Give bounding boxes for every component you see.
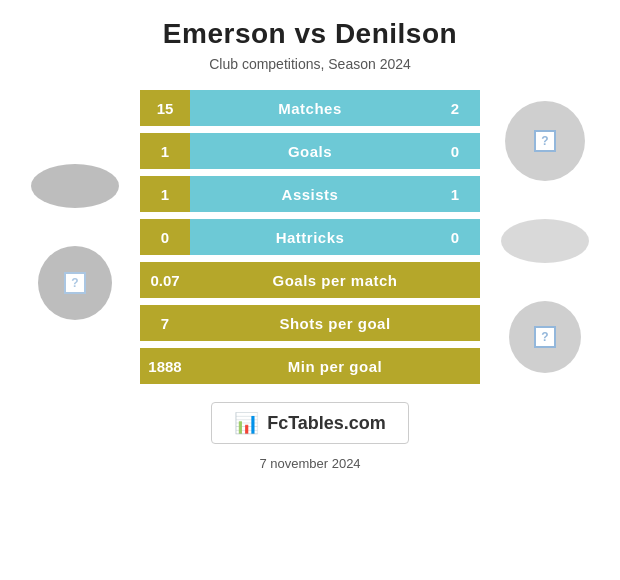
stat-right-value: 0 (430, 219, 480, 255)
stat-left-value: 1 (140, 133, 190, 169)
date-text: 7 november 2024 (259, 456, 360, 471)
page-subtitle: Club competitions, Season 2024 (209, 56, 411, 72)
right-avatar-mid: ? (509, 301, 581, 373)
stat-label-bar: Hattricks (190, 219, 430, 255)
question-icon-left: ? (64, 272, 86, 294)
stat-right-value: 2 (430, 90, 480, 126)
stat-left-value: 7 (140, 305, 190, 341)
stat-label-bar: Goals (190, 133, 430, 169)
right-avatar-bottom (501, 219, 589, 263)
stat-row: 7Shots per goal (140, 305, 480, 341)
stat-row: 1Assists1 (140, 176, 480, 212)
page-container: Emerson vs Denilson Club competitions, S… (0, 0, 620, 580)
stat-row: 1Goals0 (140, 133, 480, 169)
stat-left-value: 1 (140, 176, 190, 212)
stat-label-bar: Matches (190, 90, 430, 126)
left-avatar-bottom: ? (38, 246, 112, 320)
brand-icon: 📊 (234, 411, 259, 435)
right-avatar-top: ? (505, 101, 585, 181)
brand-box: 📊 FcTables.com (211, 402, 409, 444)
brand-name: FcTables.com (267, 413, 386, 434)
left-avatars: ? (20, 154, 130, 320)
stat-label-bar: Goals per match (190, 262, 480, 298)
stat-row: 0.07Goals per match (140, 262, 480, 298)
right-avatars: ? ? (490, 101, 600, 373)
stat-left-value: 1888 (140, 348, 190, 384)
stat-row: 1888Min per goal (140, 348, 480, 384)
stat-right-value: 0 (430, 133, 480, 169)
stat-left-value: 0 (140, 219, 190, 255)
main-area: ? 15Matches21Goals01Assists10Hattricks00… (0, 90, 620, 384)
page-title: Emerson vs Denilson (163, 18, 457, 50)
stat-right-value: 1 (430, 176, 480, 212)
question-icon-right-mid: ? (534, 326, 556, 348)
left-avatar-top (31, 164, 119, 208)
stats-panel: 15Matches21Goals01Assists10Hattricks00.0… (140, 90, 480, 384)
stat-left-value: 0.07 (140, 262, 190, 298)
question-icon-right-top: ? (534, 130, 556, 152)
stat-label-bar: Min per goal (190, 348, 480, 384)
stat-label-bar: Shots per goal (190, 305, 480, 341)
branding-section: 📊 FcTables.com 7 november 2024 (211, 402, 409, 471)
stat-row: 0Hattricks0 (140, 219, 480, 255)
stat-left-value: 15 (140, 90, 190, 126)
stat-row: 15Matches2 (140, 90, 480, 126)
stat-label-bar: Assists (190, 176, 430, 212)
